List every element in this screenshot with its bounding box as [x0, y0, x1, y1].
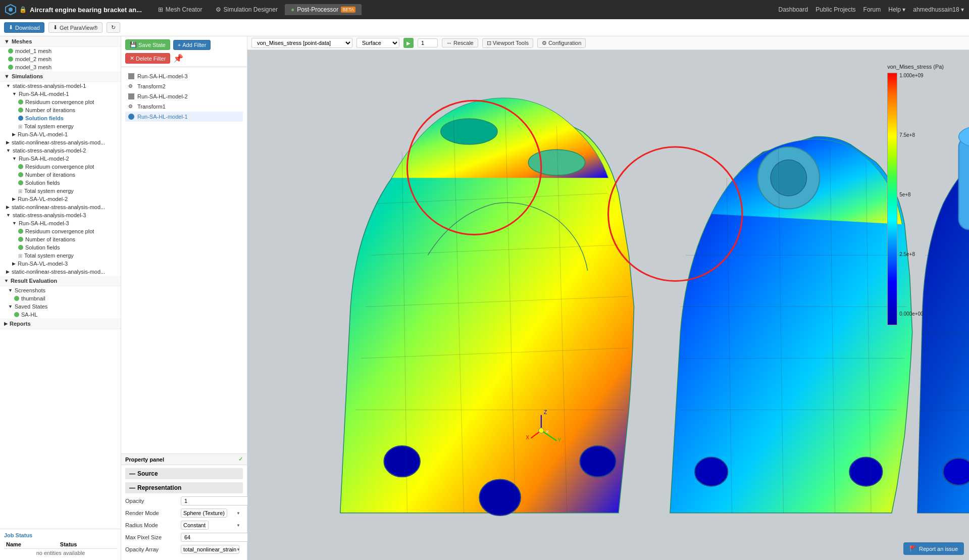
sidebar-item-snl-mod2[interactable]: ▶ static-nonlinear-stress-analysis-mod..… [0, 203, 121, 211]
tab-mesh-creator[interactable]: ⊞ Mesh Creator [152, 4, 209, 15]
pipe-icon-gray [128, 73, 134, 79]
svg-text:Z: Z [544, 410, 547, 415]
empty-status: no entities available [4, 549, 117, 557]
sidebar-section-simulations[interactable]: ▼ Simulations [0, 71, 121, 82]
dashboard-link[interactable]: Dashboard [778, 6, 808, 13]
rescale-button[interactable]: ↔ Rescale [442, 38, 478, 47]
get-paraview-button[interactable]: ⬇ Get ParaView® [48, 22, 103, 33]
sidebar-item-residuum1[interactable]: Residuum convergence plot [0, 98, 121, 106]
sidebar-item-total-energy1[interactable]: ⊞ Total system energy [0, 122, 121, 130]
pipeline-item-run-sa-hl-model2[interactable]: Run-SA-HL-model-2 [125, 91, 243, 101]
green-check-icon [8, 65, 13, 70]
sidebar-item-num-iter1[interactable]: Number of iterations [0, 106, 121, 114]
bolt-hole-2 [580, 446, 616, 477]
download-icon: ⬇ [9, 24, 13, 31]
frame-input[interactable] [418, 38, 438, 47]
download-button[interactable]: ⬇ Download [4, 22, 44, 33]
sidebar-item-ssa-model2[interactable]: ▼ static-stress-analysis-model-2 [0, 146, 121, 155]
viewport: von_Mises_stress [point-data] Surface Wi… [247, 36, 969, 560]
property-section-source[interactable]: — Source [125, 468, 243, 479]
sidebar-item-sa-hl[interactable]: SA-HL [0, 311, 121, 319]
viewport-tools-button[interactable]: ⊡ Viewport Tools [482, 38, 533, 48]
report-issue-button[interactable]: 🚩 Report an issue [903, 542, 964, 555]
sidebar-item-screenshots[interactable]: ▼ Screenshots [0, 286, 121, 294]
pipeline-item-transform1[interactable]: ⚙ Transform1 [125, 101, 243, 112]
sidebar-item-ssa-model3[interactable]: ▼ static-stress-analysis-model-3 [0, 211, 121, 219]
play-button[interactable]: ▶ [403, 38, 414, 48]
sidebar-item-snl-mod1[interactable]: ▶ static-nonlinear-stress-analysis-mod..… [0, 138, 121, 146]
sidebar-item-solution-fields1[interactable]: Solution fields [0, 114, 121, 122]
sidebar-section-meshes[interactable]: ▼ Meshes [0, 36, 121, 47]
settings-icon: ⚙ [216, 6, 221, 13]
user-menu[interactable]: ahmedhussain18 ▾ [913, 6, 964, 13]
sidebar-item-ssa-model1[interactable]: ▼ static-stress-analysis-model-1 [0, 82, 121, 90]
sidebar-item-num-iter2[interactable]: Number of iterations [0, 171, 121, 179]
delete-filter-button[interactable]: ✕ Delete Filter [125, 53, 170, 64]
caret-ssa3-icon: ▼ [6, 213, 11, 218]
sidebar-section-reports[interactable]: ▶ Reports [0, 319, 121, 329]
property-panel-title: Property panel [125, 456, 164, 463]
property-row-render-mode: Render Mode Sphere (Texture) Points Wire… [125, 508, 243, 518]
grid-icon: ⊞ [158, 6, 163, 13]
property-section-representation[interactable]: — Representation [125, 482, 243, 493]
green-check-icon [8, 48, 13, 54]
pin-icon[interactable]: 📌 [173, 54, 183, 63]
forum-link[interactable]: Forum [863, 6, 881, 13]
sidebar-section-result-evaluation[interactable]: ▼ Result Evaluation [0, 276, 121, 286]
sidebar-item-saved-states[interactable]: ▼ Saved States [0, 302, 121, 311]
public-projects-link[interactable]: Public Projects [815, 6, 855, 13]
configuration-button[interactable]: ⚙ Configuration [537, 38, 586, 48]
property-check-icon: ✓ [238, 456, 243, 463]
render-mode-wrap: Sphere (Texture) Points Wireframe Surfac… [181, 508, 243, 518]
max-pixel-input[interactable] [181, 533, 258, 542]
sidebar-item-solution-fields2[interactable]: Solution fields [0, 179, 121, 187]
col-name-header: Name [4, 540, 58, 549]
sidebar-item-model3-mesh[interactable]: model_3 mesh [0, 63, 121, 71]
sidebar-item-num-iter3[interactable]: Number of iterations [0, 235, 121, 243]
sidebar-item-model2-mesh[interactable]: model_2 mesh [0, 55, 121, 63]
sidebar-item-model1-mesh[interactable]: model_1 mesh [0, 47, 121, 55]
sidebar-item-total-energy3[interactable]: ⊞ Total system energy [0, 251, 121, 260]
sidebar-item-residuum2[interactable]: Residuum convergence plot [0, 163, 121, 171]
property-panel-header: Property panel ✓ [121, 454, 247, 465]
opacity-array-select[interactable]: total_nonlinear_strain von_Mises_stress [181, 545, 239, 554]
sidebar-item-run-sa-hl-model1[interactable]: ▼ Run-SA-HL-model-1 [0, 90, 121, 98]
radius-mode-select[interactable]: Constant Scalar [181, 521, 209, 530]
sidebar-item-run-sa-hl-model3[interactable]: ▼ Run-SA-HL-model-3 [0, 219, 121, 227]
green-circle-icon [18, 229, 23, 234]
tab-simulation-designer[interactable]: ⚙ Simulation Designer [210, 4, 284, 15]
sidebar-item-residuum3[interactable]: Residuum convergence plot [0, 227, 121, 235]
sidebar-item-run-sa-vl-model3[interactable]: ▶ Run-SA-VL-model-3 [0, 260, 121, 268]
pipeline-item-run-sa-hl-model1[interactable]: Run-SA-HL-model-1 [125, 112, 243, 122]
bolt-hole-1 [384, 446, 420, 477]
opacity-array-wrap: total_nonlinear_strain von_Mises_stress [181, 545, 243, 554]
opacity-input[interactable] [181, 496, 258, 505]
svg-point-1 [9, 8, 13, 12]
shield-icon: 🔒 [19, 6, 27, 13]
help-link[interactable]: Help ▾ [888, 6, 905, 13]
pipeline-item-transform2[interactable]: ⚙ Transform2 [125, 81, 243, 91]
caret-snl2-icon: ▶ [6, 205, 10, 210]
job-status-panel: Job Status Name Status no entities avail… [0, 529, 121, 560]
sidebar-item-total-energy2[interactable]: ⊞ Total system energy [0, 187, 121, 195]
sidebar-item-run-sa-hl-model2[interactable]: ▼ Run-SA-HL-model-2 [0, 155, 121, 163]
tab-post-processor[interactable]: ● Post-Processor BETA [285, 4, 362, 15]
pipeline-item-run-sa-hl-model3[interactable]: Run-SA-HL-model-3 [125, 71, 243, 81]
field-select[interactable]: von_Mises_stress [point-data] [251, 38, 352, 48]
sidebar-item-run-sa-vl-model2[interactable]: ▶ Run-SA-VL-model-2 [0, 195, 121, 203]
logo: 🔒 Aircraft engine bearing bracket an... [5, 4, 147, 15]
render-mode-select[interactable]: Sphere (Texture) Points Wireframe Surfac… [181, 508, 227, 518]
surface-select[interactable]: Surface Wireframe [356, 38, 399, 48]
sidebar-item-snl-mod3[interactable]: ▶ static-nonlinear-stress-analysis-mod..… [0, 268, 121, 276]
radius-mode-wrap: Constant Scalar [181, 521, 243, 530]
sidebar-item-solution-fields3[interactable]: Solution fields [0, 243, 121, 251]
pipe-icon-gear2: ⚙ [128, 104, 134, 110]
save-state-button[interactable]: 💾 Save State [125, 39, 170, 50]
sidebar-item-run-sa-vl-model1[interactable]: ▶ Run-SA-VL-model-1 [0, 130, 121, 138]
refresh-button[interactable]: ↻ [107, 22, 120, 33]
green-circle-icon [18, 116, 23, 121]
plus-icon2: ⊞ [18, 188, 22, 194]
pipe-icon-gear: ⚙ [128, 83, 134, 89]
sidebar-item-thumbnail[interactable]: thumbnail [0, 294, 121, 302]
add-filter-button[interactable]: + Add Filter [173, 40, 211, 50]
